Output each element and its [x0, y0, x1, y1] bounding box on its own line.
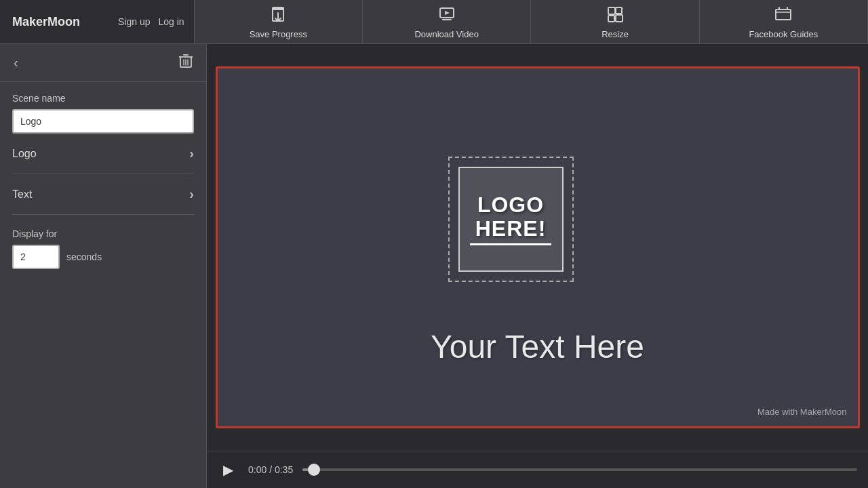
sidebar-content: Scene name Logo › Text › Display for sec… [0, 82, 206, 488]
canvas-area: LOGOHERE! Your Text Here Made with Maker… [207, 44, 868, 488]
play-icon: ▶ [223, 462, 233, 477]
resize-label: Resize [601, 29, 629, 39]
svg-marker-4 [445, 11, 450, 15]
nav-actions: Save Progress Download Video [195, 0, 868, 43]
logo-row[interactable]: Logo › [12, 134, 194, 174]
logo-placeholder-box[interactable]: LOGOHERE! [448, 157, 574, 282]
watermark: Made with MakerMoon [757, 407, 847, 417]
svg-rect-10 [776, 9, 791, 20]
facebook-guides-button[interactable]: Facebook Guides [700, 0, 868, 43]
scene-name-input[interactable] [12, 109, 194, 134]
delete-icon [179, 56, 193, 71]
scene-name-label: Scene name [12, 93, 194, 104]
current-time: 0:00 [248, 464, 267, 475]
logo-underline [470, 243, 552, 245]
main-layout: ‹ Scene name Logo [0, 44, 868, 488]
seconds-label: seconds [66, 251, 102, 262]
display-for-section: Display for seconds [12, 228, 194, 269]
total-time: 0:35 [275, 464, 293, 475]
display-for-label: Display for [12, 228, 194, 239]
video-controls: ▶ 0:00 / 0:35 [207, 451, 868, 488]
back-button[interactable]: ‹ [9, 52, 22, 73]
time-display: 0:00 / 0:35 [248, 464, 293, 475]
seek-bar-track[interactable] [302, 468, 857, 471]
save-progress-label: Save Progress [250, 29, 307, 39]
brand: MakerMoon [0, 0, 108, 43]
download-video-icon [437, 5, 456, 26]
seek-bar-container[interactable] [302, 468, 857, 471]
save-progress-button[interactable]: Save Progress [195, 0, 363, 43]
facebook-guides-icon [774, 5, 793, 26]
canvas-main-text[interactable]: Your Text Here [431, 328, 644, 365]
brand-name: MakerMoon [12, 15, 80, 29]
resize-icon [606, 5, 625, 26]
time-separator: / [269, 464, 275, 475]
svg-rect-8 [608, 16, 614, 22]
save-progress-icon [269, 5, 288, 26]
canvas[interactable]: LOGOHERE! Your Text Here Made with Maker… [216, 66, 860, 428]
logo-chevron-icon: › [189, 146, 194, 161]
canvas-wrapper: LOGOHERE! Your Text Here Made with Maker… [207, 44, 868, 451]
resize-button[interactable]: Resize [531, 0, 699, 43]
back-icon: ‹ [14, 55, 18, 70]
auth-links: Sign up Log in [108, 0, 195, 43]
delete-button[interactable] [175, 51, 197, 75]
seconds-input[interactable] [12, 245, 60, 269]
text-chevron-icon: › [189, 186, 194, 202]
svg-rect-7 [616, 7, 622, 14]
logo-placeholder-text: LOGOHERE! [475, 193, 547, 241]
login-link[interactable]: Log in [158, 16, 184, 27]
sidebar: ‹ Scene name Logo [0, 44, 207, 488]
svg-rect-9 [616, 15, 623, 22]
text-row[interactable]: Text › [12, 174, 194, 215]
facebook-guides-label: Facebook Guides [749, 29, 818, 39]
seek-handle[interactable] [308, 464, 320, 476]
sidebar-toolbar: ‹ [0, 44, 206, 82]
download-video-label: Download Video [414, 29, 478, 39]
text-row-label: Text [12, 188, 32, 201]
download-video-button[interactable]: Download Video [363, 0, 531, 43]
svg-rect-6 [608, 7, 615, 14]
signup-link[interactable]: Sign up [118, 16, 150, 27]
logo-row-label: Logo [12, 148, 37, 160]
top-nav: MakerMoon Sign up Log in Save Progress [0, 0, 868, 44]
display-for-row: seconds [12, 245, 194, 269]
play-button[interactable]: ▶ [218, 459, 239, 481]
logo-placeholder-inner: LOGOHERE! [458, 167, 564, 272]
